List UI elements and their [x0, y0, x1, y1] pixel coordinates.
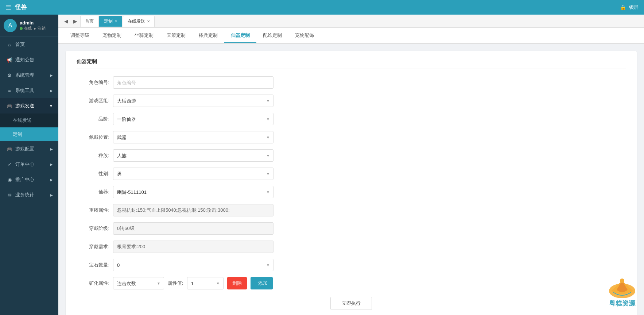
game-zone-select-wrap: 大话西游 ▼	[113, 95, 273, 107]
tab-online-send-close[interactable]: ✕	[147, 19, 150, 23]
sub-tab-mount-custom[interactable]: 坐骑定制	[128, 28, 160, 43]
sidebar-item-order[interactable]: ✓ 订单中心 ▶	[0, 157, 58, 172]
wear-req-label: 穿戴需求:	[77, 243, 109, 250]
sidebar-item-home[interactable]: ⌂ 首页	[0, 37, 58, 52]
content-area: ◀ ▶ 首页 定制 ✕ 在线发送 ✕ 调整等级 宠物定制 坐骑定制 天策定制 棒…	[58, 15, 644, 315]
sub-tab-match-custom[interactable]: 配饰定制	[256, 28, 288, 43]
watermark: 粤糕资源	[608, 277, 637, 308]
sub-tab-level[interactable]: 调整等级	[64, 28, 96, 43]
sidebar-item-system[interactable]: ⚙ 系统管理 ▶	[0, 68, 58, 83]
tab-next-btn[interactable]: ▶	[71, 17, 79, 26]
sidebar-sub-item-online-send[interactable]: 在线发送	[0, 114, 58, 127]
user-status: 在线 ● 注销	[20, 26, 46, 31]
sidebar-item-tools[interactable]: ≡ 系统工具 ▶	[0, 83, 58, 98]
promotion-icon: ◉	[7, 177, 12, 183]
sidebar-item-gamedeploy[interactable]: 🎮 游戏发送 ▼	[0, 98, 58, 114]
username: admin	[20, 20, 46, 26]
fairy-weapon-select[interactable]: 幽游-5111101	[113, 186, 273, 198]
watermark-text: 粤糕资源	[609, 299, 635, 308]
role-id-input[interactable]	[113, 76, 273, 89]
equip-pos-label: 佩戴位置:	[77, 134, 109, 141]
sidebar-item-business[interactable]: ✉ 业务统计 ▶	[0, 187, 58, 203]
smelt-attr-select-wrap: 连击次数 ▼	[113, 277, 164, 289]
sidebar-item-business-label: 业务统计	[15, 192, 34, 198]
notice-icon: 📢	[7, 57, 12, 63]
gem-count-label: 宝石数量:	[77, 262, 109, 268]
gender-label: 性别:	[77, 170, 109, 177]
tab-custom-close[interactable]: ✕	[115, 19, 117, 23]
online-dot	[20, 27, 23, 30]
sidebar-item-promotion[interactable]: ◉ 推广中心 ▶	[0, 172, 58, 187]
rank-select[interactable]: 一阶仙器	[113, 113, 273, 125]
smelt-attr-label: 矿化属性:	[77, 280, 109, 287]
gameconfig-arrow: ▶	[50, 147, 53, 151]
avatar: A	[4, 19, 17, 32]
tab-bar: ◀ ▶ 首页 定制 ✕ 在线发送 ✕	[58, 15, 644, 28]
sidebar-item-order-label: 订单中心	[15, 161, 34, 168]
user-info: admin 在线 ● 注销	[20, 20, 46, 31]
gem-count-select[interactable]: 0	[113, 259, 273, 271]
wear-req-input	[113, 241, 273, 253]
gameconfig-icon: 🎮	[7, 146, 12, 152]
tab-online-send-label: 在线发送	[128, 18, 145, 24]
form-row-role-id: 角色编号:	[77, 76, 626, 89]
sidebar-item-gameconfig[interactable]: 🎮 游戏配置 ▶	[0, 141, 58, 157]
sub-tab-pet-decor[interactable]: 宠物配饰	[288, 28, 321, 43]
sidebar-item-home-label: 首页	[15, 41, 25, 48]
sub-tab-monk-custom[interactable]: 棒兵定制	[192, 28, 224, 43]
wear-level-input	[113, 222, 273, 235]
lock-label: 锁屏	[629, 4, 639, 11]
lock-screen-btn[interactable]: 🔒 锁屏	[620, 4, 639, 11]
tools-arrow: ▶	[50, 89, 53, 93]
delete-button[interactable]: 删除	[227, 277, 247, 289]
race-select[interactable]: 人族	[113, 149, 273, 162]
form-row-equip-pos: 佩戴位置: 武器 ▼	[77, 131, 626, 143]
sidebar-item-tools-label: 系统工具	[15, 87, 34, 94]
tab-home[interactable]: 首页	[80, 16, 98, 27]
tab-online-send[interactable]: 在线发送 ✕	[123, 16, 155, 27]
sidebar-item-gameconfig-label: 游戏配置	[15, 146, 34, 152]
sub-tab-fairy-custom[interactable]: 天策定制	[160, 28, 192, 43]
gender-select-wrap: 男 女 ▼	[113, 168, 273, 180]
sidebar: A admin 在线 ● 注销 ⌂ 首页 📢 通知公告	[0, 15, 58, 315]
sidebar-item-system-label: 系统管理	[15, 72, 34, 78]
rank-label: 品阶:	[77, 116, 109, 122]
rank-select-wrap: 一阶仙器 ▼	[113, 113, 273, 125]
tab-custom[interactable]: 定制 ✕	[99, 16, 122, 27]
promotion-arrow: ▶	[50, 178, 53, 182]
fairy-weapon-select-wrap: 幽游-5111101 ▼	[113, 186, 273, 198]
tab-prev-btn[interactable]: ◀	[62, 17, 70, 26]
form-row-reforge-attr: 重铸属性:	[77, 204, 626, 216]
lock-icon: 🔒	[620, 4, 626, 10]
gamedeploy-arrow: ▼	[49, 104, 53, 108]
sidebar-user: A admin 在线 ● 注销	[0, 15, 58, 37]
submit-row: 立即执行	[77, 297, 626, 310]
sub-tab-fairy-ware[interactable]: 仙器定制	[224, 28, 256, 43]
sub-tab-pet-custom[interactable]: 宠物定制	[96, 28, 128, 43]
sidebar-sub-item-custom[interactable]: 定制	[0, 127, 58, 141]
sidebar-sub-gamedeploy: 在线发送 定制	[0, 114, 58, 141]
form-card: 仙器定制 角色编号: 游戏区组: 大话西游 ▼	[66, 51, 637, 315]
wear-level-label: 穿戴阶级:	[77, 225, 109, 232]
gem-count-select-wrap: 0 ▼	[113, 259, 273, 271]
sidebar-item-notice[interactable]: 📢 通知公告	[0, 52, 58, 68]
status-divider: ●	[34, 26, 36, 31]
attr-val-select[interactable]: 1	[187, 277, 224, 289]
form-row-race: 种族: 人族 ▼	[77, 149, 626, 162]
svg-point-1	[620, 278, 624, 283]
equip-pos-select[interactable]: 武器	[113, 131, 273, 143]
sidebar-item-promotion-label: 推广中心	[15, 176, 34, 183]
top-bar-left: ☰ 怪兽	[5, 3, 27, 11]
game-zone-select[interactable]: 大话西游	[113, 95, 273, 107]
avatar-char: A	[8, 22, 12, 29]
form-row-smelt-attr: 矿化属性: 连击次数 ▼ 属性值: 1 ▼ 删除	[77, 277, 626, 289]
smelt-attr-select[interactable]: 连击次数	[113, 277, 164, 289]
submit-button[interactable]: 立即执行	[330, 297, 372, 310]
race-label: 种族:	[77, 152, 109, 159]
game-zone-label: 游戏区组:	[77, 97, 109, 104]
add-button[interactable]: +添加	[251, 277, 273, 289]
menu-icon[interactable]: ☰	[5, 3, 11, 11]
tab-custom-label: 定制	[104, 18, 113, 24]
form-row-wear-req: 穿戴需求:	[77, 241, 626, 253]
gender-select[interactable]: 男 女	[113, 168, 273, 180]
